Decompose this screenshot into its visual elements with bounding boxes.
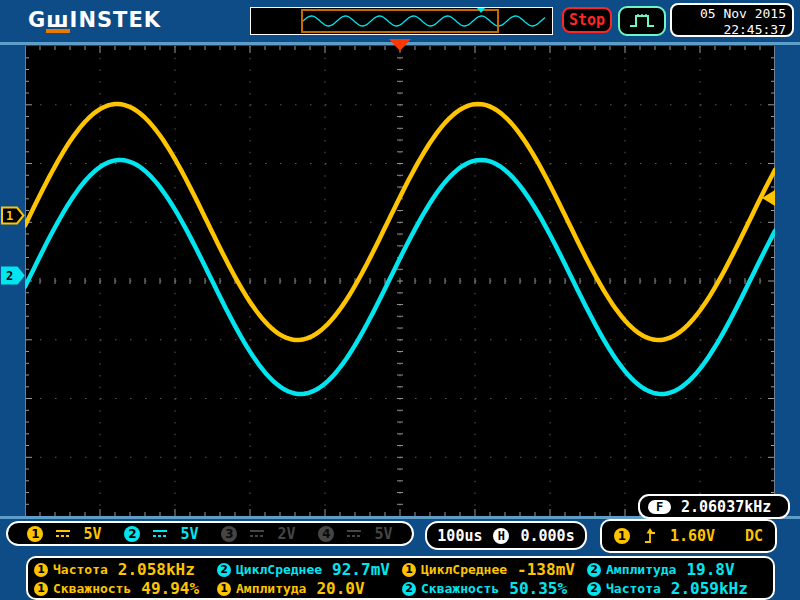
channel-badge: 1 xyxy=(217,582,231,596)
trigger-position-marker-icon[interactable] xyxy=(389,39,411,51)
channel-3-scale: 2V xyxy=(277,525,295,543)
measurement-value: 19.8V xyxy=(686,560,734,579)
channel-2-badge: 2 xyxy=(124,526,140,542)
measurement-label: Амплитуда xyxy=(236,581,306,596)
measurement-6: 1 Амплитуда 20.0V xyxy=(217,579,402,598)
frequency-counter-badge: F xyxy=(648,500,671,514)
scope-graticule xyxy=(25,46,775,516)
measurement-3: 1 ЦиклСреднее -138mV xyxy=(402,560,587,579)
measurement-value: 2.058kHz xyxy=(118,560,195,579)
trigger-source-badge: 1 xyxy=(614,528,630,544)
measurement-8: 2 Частота 2.059kHz xyxy=(587,579,773,598)
measurement-label: ЦиклСреднее xyxy=(421,562,507,577)
ch2-marker-label: 2 xyxy=(6,269,13,283)
measurements-panel: 1 Частота 2.058kHz 2 ЦиклСреднее 92.7mV … xyxy=(26,556,775,600)
channel-3-status[interactable]: 3 2V xyxy=(221,525,295,543)
preview-zoom-window[interactable] xyxy=(301,9,499,33)
channel-4-status[interactable]: 4 5V xyxy=(318,525,392,543)
trigger-coupling: DC xyxy=(745,527,763,545)
channel-badge: 1 xyxy=(34,563,48,577)
measurement-value: -138mV xyxy=(517,560,575,579)
measurement-label: ЦиклСреднее xyxy=(236,562,322,577)
channel-1-badge: 1 xyxy=(27,526,43,542)
dc-coupling-icon xyxy=(248,528,266,539)
oscilloscope-screen: GшINSTEK Stop 05 Nov 2015 22:45:37 1 2 F… xyxy=(0,0,800,600)
waveform-preview[interactable] xyxy=(250,7,553,35)
measurement-label: Скважность xyxy=(53,581,131,596)
measurement-value: 2.059kHz xyxy=(671,579,748,598)
measurement-2: 2 ЦиклСреднее 92.7mV xyxy=(217,560,402,579)
logo-g: G xyxy=(28,8,46,32)
pulse-icon xyxy=(628,12,656,30)
date: 05 Nov 2015 xyxy=(672,6,786,22)
preview-trigger-marker-icon xyxy=(477,8,485,13)
channel-1-scale: 5V xyxy=(83,525,101,543)
logo-w: ш xyxy=(46,12,69,33)
measurement-1: 1 Частота 2.058kHz xyxy=(34,560,217,579)
stop-button[interactable]: Stop xyxy=(562,7,612,33)
dc-coupling-icon xyxy=(151,528,169,539)
datetime-display: 05 Nov 2015 22:45:37 xyxy=(670,3,794,37)
gwinstek-logo: GшINSTEK xyxy=(28,8,161,33)
channel-badge: 2 xyxy=(217,563,231,577)
timebase-status[interactable]: 100us H 0.000s xyxy=(425,521,587,550)
measurement-5: 1 Скважность 49.94% xyxy=(34,579,217,598)
measurement-4: 2 Амплитуда 19.8V xyxy=(587,560,773,579)
measurement-value: 50.35% xyxy=(509,579,567,598)
channel-badge: 1 xyxy=(34,582,48,596)
timebase-scale: 100us xyxy=(437,527,482,545)
channel-3-badge: 3 xyxy=(221,526,237,542)
channel-badge: 2 xyxy=(402,582,416,596)
measurement-label: Частота xyxy=(606,581,661,596)
measurement-label: Скважность xyxy=(421,581,499,596)
channel-status-bar: 1 5V 2 5V 3 2V 4 5V xyxy=(6,521,414,546)
channel-badge: 1 xyxy=(402,563,416,577)
channel-2-status[interactable]: 2 5V xyxy=(124,525,198,543)
measurement-label: Частота xyxy=(53,562,108,577)
run-mode-icon-button[interactable] xyxy=(618,6,666,36)
frequency-counter: F 2.06037kHz xyxy=(638,494,790,519)
channel-4-badge: 4 xyxy=(318,526,334,542)
dc-coupling-icon xyxy=(345,528,363,539)
channel-1-status[interactable]: 1 5V xyxy=(27,525,101,543)
ch1-position-marker[interactable]: 1 xyxy=(1,206,25,225)
channel-2-scale: 5V xyxy=(180,525,198,543)
logo-instek: INSTEK xyxy=(70,8,161,32)
trigger-level: 1.60V xyxy=(670,527,715,545)
channel-badge: 2 xyxy=(587,563,601,577)
rising-edge-icon xyxy=(643,527,657,545)
frequency-counter-value: 2.06037kHz xyxy=(681,498,771,516)
channel-badge: 2 xyxy=(587,582,601,596)
trigger-status[interactable]: 1 1.60V DC xyxy=(600,519,777,553)
horizontal-icon: H xyxy=(493,528,509,544)
measurement-value: 49.94% xyxy=(141,579,199,598)
measurement-label: Амплитуда xyxy=(606,562,676,577)
measurement-value: 20.0V xyxy=(316,579,364,598)
dc-coupling-icon xyxy=(54,528,72,539)
ch1-marker-label: 1 xyxy=(6,209,13,223)
measurement-7: 2 Скважность 50.35% xyxy=(402,579,587,598)
measurement-value: 92.7mV xyxy=(332,560,390,579)
horizontal-position: 0.000s xyxy=(520,527,574,545)
time: 22:45:37 xyxy=(672,22,786,38)
ch2-position-marker[interactable]: 2 xyxy=(1,266,25,285)
channel-4-scale: 5V xyxy=(374,525,392,543)
